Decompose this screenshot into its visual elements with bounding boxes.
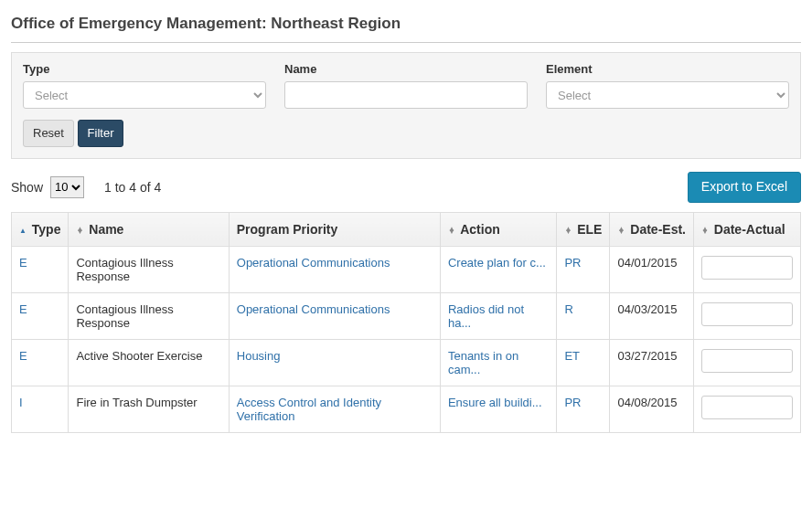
sort-icon: ▲▼: [701, 227, 709, 234]
cell-type-link[interactable]: I: [19, 396, 23, 409]
cell-name: Contagious Illness Response: [69, 292, 229, 339]
sort-icon: ▲▼: [448, 227, 455, 234]
cell-date-est: 03/27/2015: [610, 339, 694, 386]
cell-type-link[interactable]: E: [19, 256, 27, 270]
col-name[interactable]: ▲▼ Name: [69, 212, 229, 246]
show-label: Show: [11, 180, 43, 195]
filter-element-label: Element: [546, 62, 789, 76]
table-row: EContagious Illness ResponseOperational …: [12, 292, 801, 339]
table-toolbar: Show 10 1 to 4 of 4 Export to Excel: [11, 172, 801, 203]
cell-action-link[interactable]: Tenants in on cam...: [448, 349, 518, 376]
date-actual-input[interactable]: [701, 396, 793, 419]
filter-type: Type Select: [23, 62, 266, 109]
results-table: ▲ Type ▲▼ Name Program Priority ▲▼ Actio…: [11, 212, 801, 433]
cell-ele-link[interactable]: PR: [564, 396, 581, 409]
cell-name: Fire in Trash Dumpster: [69, 386, 229, 432]
filter-name-label: Name: [284, 62, 528, 76]
cell-date-est: 04/01/2015: [610, 246, 694, 292]
filter-button[interactable]: Filter: [78, 120, 124, 147]
filter-type-select[interactable]: Select: [23, 81, 266, 109]
cell-program-priority-link[interactable]: Access Control and Identity Verification: [237, 396, 381, 423]
col-date-est[interactable]: ▲▼ Date-Est.: [610, 212, 694, 246]
cell-ele-link[interactable]: PR: [564, 256, 581, 270]
sort-icon: ▲: [19, 229, 27, 232]
col-program-priority[interactable]: Program Priority: [229, 212, 440, 246]
cell-name: Contagious Illness Response: [69, 246, 229, 292]
table-row: EContagious Illness ResponseOperational …: [12, 246, 801, 292]
filter-name-input[interactable]: [284, 81, 528, 109]
filter-element-select[interactable]: Select: [546, 81, 789, 109]
cell-name: Active Shooter Exercise: [69, 339, 229, 386]
sort-icon: ▲▼: [617, 227, 625, 234]
export-to-excel-button[interactable]: Export to Excel: [688, 172, 801, 203]
cell-ele-link[interactable]: R: [564, 302, 572, 316]
cell-date-est: 04/08/2015: [610, 386, 694, 432]
page-title: Office of Emergency Management: Northeas…: [11, 15, 801, 43]
col-ele[interactable]: ▲▼ ELE: [557, 212, 610, 246]
sort-icon: ▲▼: [76, 227, 83, 234]
filter-element: Element Select: [546, 62, 789, 109]
filter-name: Name: [284, 62, 528, 109]
table-row: EActive Shooter ExerciseHousingTenants i…: [12, 339, 801, 386]
sort-icon: ▲▼: [564, 227, 572, 234]
cell-date-est: 04/03/2015: [610, 292, 694, 339]
cell-type-link[interactable]: E: [19, 302, 27, 316]
filter-type-label: Type: [23, 62, 266, 76]
date-actual-input[interactable]: [701, 349, 793, 373]
cell-program-priority-link[interactable]: Operational Communications: [237, 256, 390, 270]
cell-type-link[interactable]: E: [19, 349, 27, 363]
cell-action-link[interactable]: Ensure all buildi...: [448, 396, 542, 409]
date-actual-input[interactable]: [701, 302, 793, 326]
cell-action-link[interactable]: Create plan for c...: [448, 256, 546, 270]
range-info: 1 to 4 of 4: [104, 180, 161, 195]
col-action[interactable]: ▲▼ Action: [440, 212, 557, 246]
table-row: IFire in Trash DumpsterAccess Control an…: [12, 386, 801, 432]
col-date-actual[interactable]: ▲▼ Date-Actual: [693, 212, 800, 246]
cell-action-link[interactable]: Radios did not ha...: [448, 302, 524, 330]
col-type[interactable]: ▲ Type: [12, 212, 69, 246]
cell-ele-link[interactable]: ET: [564, 349, 580, 363]
reset-button[interactable]: Reset: [23, 120, 74, 147]
filter-panel: Type Select Name Element Select Reset Fi…: [11, 52, 801, 159]
page-size-select[interactable]: 10: [50, 176, 84, 198]
cell-program-priority-link[interactable]: Operational Communications: [237, 302, 390, 316]
date-actual-input[interactable]: [701, 256, 793, 280]
cell-program-priority-link[interactable]: Housing: [237, 349, 281, 363]
